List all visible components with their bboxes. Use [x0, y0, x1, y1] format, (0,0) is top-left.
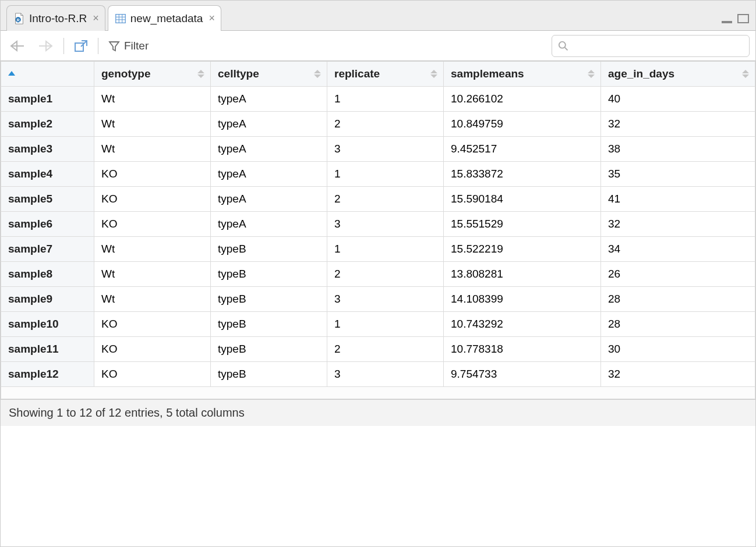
cell-genotype: KO: [94, 312, 211, 337]
minimize-icon[interactable]: [720, 14, 733, 27]
table-row[interactable]: sample10KOtypeB110.74329228: [1, 312, 755, 337]
search-input[interactable]: [573, 40, 743, 52]
cell-celltype: typeA: [211, 87, 327, 112]
tab-bar: R Intro-to-R.R × new_metadata ×: [1, 1, 755, 31]
cell-replicate: 3: [327, 137, 444, 162]
table-row[interactable]: sample5KOtypeA215.59018441: [1, 187, 755, 212]
spacer-row: [1, 387, 755, 399]
table-row[interactable]: sample8WttypeB213.80828126: [1, 262, 755, 287]
header-row: genotype celltype replicate samplemeans …: [1, 62, 755, 87]
close-icon[interactable]: ×: [209, 12, 215, 24]
table-row[interactable]: sample3WttypeA39.45251738: [1, 137, 755, 162]
cell-genotype: Wt: [94, 137, 211, 162]
svg-rect-11: [75, 43, 83, 51]
cell-age-in-days: 32: [601, 112, 755, 137]
row-name: sample10: [1, 312, 94, 337]
cell-celltype: typeA: [211, 187, 327, 212]
cell-samplemeans: 15.833872: [444, 162, 601, 187]
row-name: sample5: [1, 187, 94, 212]
sort-asc-icon: [8, 71, 15, 76]
column-header-age-in-days[interactable]: age_in_days: [601, 62, 755, 87]
cell-samplemeans: 10.743292: [444, 312, 601, 337]
cell-samplemeans: 10.266102: [444, 87, 601, 112]
cell-samplemeans: 13.808281: [444, 262, 601, 287]
maximize-icon[interactable]: [737, 13, 750, 27]
status-text: Showing 1 to 12 of 12 entries, 5 total c…: [9, 406, 245, 420]
table-row[interactable]: sample11KOtypeB210.77831830: [1, 337, 755, 362]
sort-icon: [314, 70, 321, 78]
close-icon[interactable]: ×: [93, 12, 99, 24]
cell-age-in-days: 32: [601, 212, 755, 237]
sort-icon: [742, 70, 749, 78]
svg-rect-8: [738, 15, 748, 23]
tab-label: Intro-to-R.R: [29, 12, 87, 25]
cell-age-in-days: 28: [601, 312, 755, 337]
cell-replicate: 3: [327, 212, 444, 237]
svg-line-14: [565, 47, 568, 50]
cell-celltype: typeA: [211, 137, 327, 162]
cell-samplemeans: 9.754733: [444, 362, 601, 387]
funnel-icon: [108, 40, 121, 52]
cell-celltype: typeB: [211, 362, 327, 387]
row-name: sample11: [1, 337, 94, 362]
separator: [98, 38, 98, 54]
cell-age-in-days: 30: [601, 337, 755, 362]
table-row[interactable]: sample2WttypeA210.84975932: [1, 112, 755, 137]
column-label: celltype: [218, 68, 259, 80]
cell-genotype: Wt: [94, 87, 211, 112]
search-box[interactable]: [552, 35, 750, 57]
cell-genotype: KO: [94, 362, 211, 387]
svg-text:R: R: [17, 17, 20, 22]
column-header-samplemeans[interactable]: samplemeans: [444, 62, 601, 87]
column-header-rownames[interactable]: [1, 62, 94, 87]
cell-samplemeans: 9.452517: [444, 137, 601, 162]
cell-replicate: 2: [327, 262, 444, 287]
sort-icon: [197, 70, 204, 78]
filter-button[interactable]: Filter: [105, 36, 151, 56]
table-row[interactable]: sample4KOtypeA115.83387235: [1, 162, 755, 187]
tab-new-metadata[interactable]: new_metadata ×: [108, 5, 221, 31]
cell-samplemeans: 10.849759: [444, 112, 601, 137]
cell-age-in-days: 40: [601, 87, 755, 112]
column-header-celltype[interactable]: celltype: [211, 62, 327, 87]
popout-button[interactable]: [71, 36, 91, 56]
table-row[interactable]: sample7WttypeB115.52221934: [1, 237, 755, 262]
svg-rect-7: [722, 21, 732, 23]
back-button[interactable]: [6, 36, 29, 56]
cell-replicate: 1: [327, 237, 444, 262]
svg-point-13: [559, 41, 566, 48]
cell-genotype: KO: [94, 212, 211, 237]
cell-samplemeans: 15.590184: [444, 187, 601, 212]
cell-replicate: 1: [327, 162, 444, 187]
cell-genotype: Wt: [94, 112, 211, 137]
cell-replicate: 3: [327, 362, 444, 387]
cell-samplemeans: 10.778318: [444, 337, 601, 362]
cell-replicate: 3: [327, 287, 444, 312]
cell-celltype: typeB: [211, 287, 327, 312]
window-buttons: [720, 13, 750, 27]
forward-button[interactable]: [34, 36, 56, 56]
column-header-genotype[interactable]: genotype: [94, 62, 211, 87]
sort-icon: [430, 70, 437, 78]
row-name: sample12: [1, 362, 94, 387]
cell-replicate: 2: [327, 187, 444, 212]
cell-replicate: 1: [327, 87, 444, 112]
tab-intro-to-r[interactable]: R Intro-to-R.R ×: [6, 5, 105, 31]
row-name: sample4: [1, 162, 94, 187]
cell-age-in-days: 32: [601, 362, 755, 387]
table-row[interactable]: sample9WttypeB314.10839928: [1, 287, 755, 312]
column-label: replicate: [334, 68, 380, 80]
table-row[interactable]: sample1WttypeA110.26610240: [1, 87, 755, 112]
tab-label: new_metadata: [130, 12, 203, 25]
cell-celltype: typeB: [211, 337, 327, 362]
cell-age-in-days: 28: [601, 287, 755, 312]
cell-genotype: KO: [94, 187, 211, 212]
table-row[interactable]: sample6KOtypeA315.55152932: [1, 212, 755, 237]
table-row[interactable]: sample12KOtypeB39.75473332: [1, 362, 755, 387]
sort-icon: [588, 70, 595, 78]
column-header-replicate[interactable]: replicate: [327, 62, 444, 87]
cell-age-in-days: 41: [601, 187, 755, 212]
r-file-icon: R: [13, 12, 26, 25]
svg-rect-2: [116, 14, 126, 23]
cell-celltype: typeA: [211, 112, 327, 137]
